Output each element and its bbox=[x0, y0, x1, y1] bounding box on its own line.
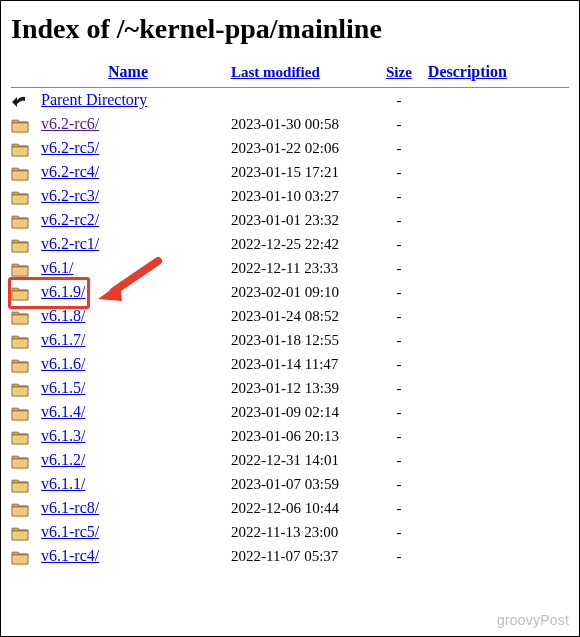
modified-cell: 2023-01-12 13:39 bbox=[223, 376, 378, 400]
folder-icon bbox=[11, 118, 29, 132]
table-row: v6.1.9/2023-02-01 09:10- bbox=[11, 280, 569, 304]
size-cell: - bbox=[378, 520, 420, 544]
table-row: v6.1.6/2023-01-14 11:47- bbox=[11, 352, 569, 376]
page-title: Index of /~kernel-ppa/mainline bbox=[11, 13, 569, 45]
folder-icon bbox=[11, 430, 29, 444]
directory-link[interactable]: v6.2-rc2/ bbox=[41, 211, 99, 228]
sort-name[interactable]: Name bbox=[108, 63, 148, 80]
description-cell bbox=[420, 184, 569, 208]
directory-link[interactable]: v6.2-rc6/ bbox=[41, 115, 99, 132]
directory-link[interactable]: v6.1.7/ bbox=[41, 331, 85, 348]
modified-cell: 2023-01-15 17:21 bbox=[223, 160, 378, 184]
modified-cell: 2023-01-07 03:59 bbox=[223, 472, 378, 496]
table-row: v6.2-rc5/2023-01-22 02:06- bbox=[11, 136, 569, 160]
modified-cell: 2023-01-30 00:58 bbox=[223, 112, 378, 136]
modified-cell: 2023-01-14 11:47 bbox=[223, 352, 378, 376]
size-cell: - bbox=[378, 472, 420, 496]
folder-icon bbox=[11, 166, 29, 180]
folder-icon bbox=[11, 382, 29, 396]
size-cell: - bbox=[378, 112, 420, 136]
table-row: v6.1.1/2023-01-07 03:59- bbox=[11, 472, 569, 496]
directory-link[interactable]: v6.1.2/ bbox=[41, 451, 85, 468]
description-cell bbox=[420, 472, 569, 496]
table-row: v6.1.4/2023-01-09 02:14- bbox=[11, 400, 569, 424]
description-cell bbox=[420, 160, 569, 184]
directory-link[interactable]: v6.1.6/ bbox=[41, 355, 85, 372]
folder-icon bbox=[11, 142, 29, 156]
directory-link[interactable]: v6.1-rc8/ bbox=[41, 499, 99, 516]
description-cell bbox=[420, 304, 569, 328]
modified-cell: 2023-01-10 03:27 bbox=[223, 184, 378, 208]
description-cell bbox=[420, 520, 569, 544]
folder-icon bbox=[11, 550, 29, 564]
folder-icon bbox=[11, 478, 29, 492]
directory-link[interactable]: v6.1.8/ bbox=[41, 307, 85, 324]
modified-cell: 2023-01-01 23:32 bbox=[223, 208, 378, 232]
directory-link[interactable]: v6.1-rc4/ bbox=[41, 547, 99, 564]
table-row: v6.1.2/2022-12-31 14:01- bbox=[11, 448, 569, 472]
folder-icon bbox=[11, 502, 29, 516]
table-row: v6.2-rc6/2023-01-30 00:58- bbox=[11, 112, 569, 136]
description-cell bbox=[420, 400, 569, 424]
parent-row: Parent Directory - bbox=[11, 88, 569, 112]
size-cell: - bbox=[378, 352, 420, 376]
table-row: v6.1.8/2023-01-24 08:52- bbox=[11, 304, 569, 328]
folder-icon bbox=[11, 454, 29, 468]
directory-link[interactable]: v6.1.3/ bbox=[41, 427, 85, 444]
description-cell bbox=[420, 352, 569, 376]
size-cell: - bbox=[378, 496, 420, 520]
modified-cell: 2022-12-06 10:44 bbox=[223, 496, 378, 520]
sort-description[interactable]: Description bbox=[428, 63, 507, 80]
directory-link[interactable]: v6.1.4/ bbox=[41, 403, 85, 420]
folder-icon bbox=[11, 262, 29, 276]
size-cell: - bbox=[378, 328, 420, 352]
modified-cell: 2022-12-25 22:42 bbox=[223, 232, 378, 256]
watermark: groovyPost bbox=[497, 612, 569, 628]
description-cell bbox=[420, 544, 569, 568]
description-cell bbox=[420, 256, 569, 280]
directory-link[interactable]: v6.1.9/ bbox=[41, 283, 85, 300]
directory-link[interactable]: v6.2-rc5/ bbox=[41, 139, 99, 156]
directory-link[interactable]: v6.1.1/ bbox=[41, 475, 85, 492]
size-cell: - bbox=[378, 184, 420, 208]
description-cell bbox=[420, 232, 569, 256]
sort-modified[interactable]: Last modified bbox=[231, 64, 320, 80]
table-row: v6.2-rc2/2023-01-01 23:32- bbox=[11, 208, 569, 232]
directory-link[interactable]: v6.1-rc5/ bbox=[41, 523, 99, 540]
directory-link[interactable]: v6.1.5/ bbox=[41, 379, 85, 396]
folder-icon bbox=[11, 334, 29, 348]
table-row: v6.1.5/2023-01-12 13:39- bbox=[11, 376, 569, 400]
directory-link[interactable]: v6.2-rc1/ bbox=[41, 235, 99, 252]
directory-link[interactable]: v6.2-rc3/ bbox=[41, 187, 99, 204]
modified-cell: 2023-01-24 08:52 bbox=[223, 304, 378, 328]
directory-link[interactable]: v6.2-rc4/ bbox=[41, 163, 99, 180]
folder-icon bbox=[11, 310, 29, 324]
description-cell bbox=[420, 328, 569, 352]
size-cell: - bbox=[378, 544, 420, 568]
folder-icon bbox=[11, 214, 29, 228]
description-cell bbox=[420, 208, 569, 232]
sort-size[interactable]: Size bbox=[386, 64, 412, 80]
folder-icon bbox=[11, 190, 29, 204]
modified-cell: 2023-01-06 20:13 bbox=[223, 424, 378, 448]
folder-icon bbox=[11, 358, 29, 372]
description-cell bbox=[420, 280, 569, 304]
folder-icon bbox=[11, 526, 29, 540]
directory-link[interactable]: v6.1/ bbox=[41, 259, 73, 276]
directory-listing: Name Last modified Size Description Pare… bbox=[11, 61, 569, 568]
folder-icon bbox=[11, 406, 29, 420]
description-cell bbox=[420, 496, 569, 520]
parent-directory-link[interactable]: Parent Directory bbox=[41, 91, 147, 108]
size-cell: - bbox=[378, 256, 420, 280]
folder-icon bbox=[11, 238, 29, 252]
modified-cell: 2022-11-07 05:37 bbox=[223, 544, 378, 568]
table-row: v6.1/2022-12-11 23:33- bbox=[11, 256, 569, 280]
table-row: v6.1-rc4/2022-11-07 05:37- bbox=[11, 544, 569, 568]
table-row: v6.1-rc5/2022-11-13 23:00- bbox=[11, 520, 569, 544]
modified-cell: 2022-11-13 23:00 bbox=[223, 520, 378, 544]
size-cell: - bbox=[378, 400, 420, 424]
description-cell bbox=[420, 448, 569, 472]
size-cell: - bbox=[378, 208, 420, 232]
modified-cell: 2023-01-09 02:14 bbox=[223, 400, 378, 424]
description-cell bbox=[420, 136, 569, 160]
